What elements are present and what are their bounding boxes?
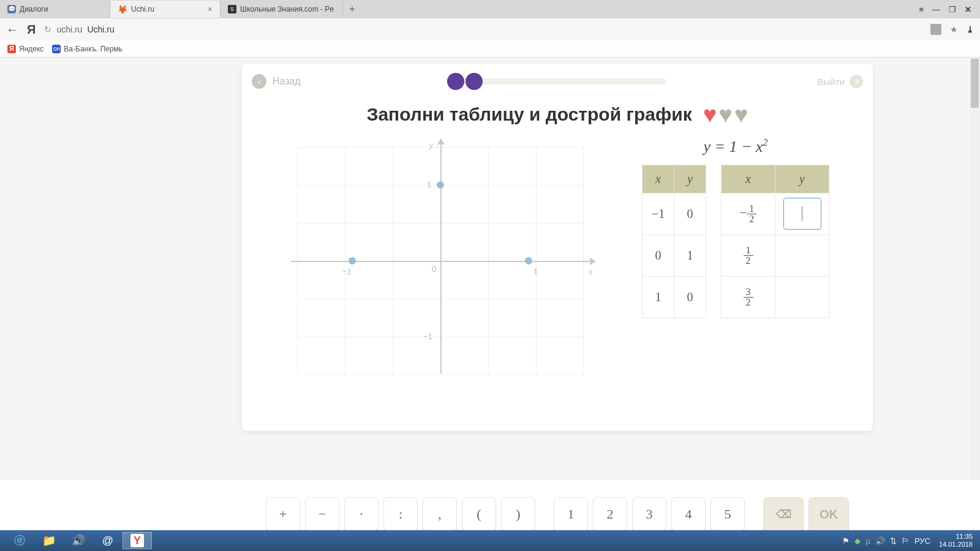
new-tab-button[interactable]: + (343, 4, 361, 15)
progress-bar (301, 78, 818, 84)
task-header: ‹ Назад Выйти ➲ (242, 64, 873, 99)
table-row: 32 (722, 276, 829, 318)
backspace-icon: ⌫ (776, 508, 791, 521)
clock-date: 14.01.2018 (939, 541, 973, 549)
tab-uchi[interactable]: 🦊 Uchi.ru × (110, 1, 221, 18)
key-5[interactable]: 5 (710, 497, 745, 531)
heart-icon: ♥ (703, 103, 717, 126)
taskbar-yandex-icon[interactable]: Y (123, 532, 152, 549)
hearts: ♥ ♥ ♥ (703, 103, 748, 126)
menu-icon[interactable]: ≡ (919, 5, 924, 14)
key-1[interactable]: 1 (554, 497, 588, 531)
bookmark-bar: Я Яндекс он Ва-Банкъ. Пермь (0, 40, 980, 58)
tables: xy −10 01 10 xy −12 12 (619, 165, 852, 318)
tray-flag-icon[interactable]: ⚑ (842, 536, 850, 545)
url-box[interactable]: ↻ uchi.ru Uchi.ru (44, 24, 922, 34)
key-ok[interactable]: OK (809, 497, 849, 531)
key-3[interactable]: 3 (632, 497, 666, 531)
key-lparen[interactable]: ( (462, 497, 496, 531)
close-window-icon[interactable]: ✕ (965, 5, 971, 14)
key-backspace[interactable]: ⌫ (763, 497, 804, 531)
back-icon[interactable]: ← (6, 23, 18, 37)
window-controls: ≡ ― ❐ ✕ (910, 5, 980, 14)
taskbar-ie-icon[interactable]: ⓔ (5, 532, 34, 549)
title-row: Заполни таблицу и дострой график ♥ ♥ ♥ (242, 103, 873, 126)
col-header-y: y (674, 165, 706, 193)
tick-ypos: 1 (427, 180, 431, 189)
yandex-icon: Я (7, 45, 16, 53)
tab-znania[interactable]: 5 Школьные Знания.com - Pe (221, 1, 343, 18)
browser-chrome: 💬 Диалоги 🦊 Uchi.ru × 5 Школьные Знания.… (0, 0, 980, 58)
key-dot[interactable]: · (344, 497, 379, 531)
task-card: ‹ Назад Выйти ➲ Заполни таблицу и достро… (242, 64, 873, 431)
minimize-icon[interactable]: ― (932, 5, 940, 14)
tray-network-icon[interactable]: ⇅ (890, 536, 897, 545)
table-values-a: xy −10 01 10 (642, 165, 706, 318)
bookmark-yandex[interactable]: Я Яндекс (7, 45, 43, 53)
tab-label: Школьные Знания.com - Pe (240, 5, 334, 13)
yandex-logo-icon[interactable]: Я (27, 23, 36, 37)
taskbar: ⓔ 📁 🔊 @ Y ⚑ ◆ µ 🔊 ⇅ 🏳 РУС 11:35 14.01.20… (0, 530, 980, 551)
back-label: Назад (273, 76, 301, 87)
tray-lang[interactable]: РУС (914, 536, 930, 545)
reload-icon[interactable]: ↻ (44, 24, 51, 34)
bookmark-label: Яндекс (19, 45, 43, 53)
exit-icon: ➲ (850, 75, 863, 88)
y-cell-empty[interactable] (775, 234, 829, 276)
tab-bar: 💬 Диалоги 🦊 Uchi.ru × 5 Школьные Знания.… (0, 0, 980, 18)
tray-action-icon[interactable]: 🏳 (902, 536, 910, 545)
bookmark-vabank[interactable]: он Ва-Банкъ. Пермь (52, 45, 123, 53)
address-icons: ★ ⤓ (930, 24, 974, 35)
y-cell-empty[interactable] (775, 276, 829, 318)
bookmark-star-icon[interactable]: ★ (950, 24, 958, 34)
col-header-x: x (643, 165, 674, 193)
col-header-y: y (775, 165, 829, 193)
x-axis-label: x (589, 267, 592, 277)
progress-step-1 (447, 73, 464, 90)
taskbar-clock[interactable]: 11:35 14.01.2018 (939, 533, 973, 548)
y-input[interactable] (783, 198, 821, 230)
tab-label: Uchi.ru (131, 5, 154, 13)
right-panel: y = 1 − x2 xy −10 01 10 xy −12 (619, 137, 852, 382)
address-bar: ← Я ↻ uchi.ru Uchi.ru ★ ⤓ (0, 18, 980, 40)
graph[interactable]: y x 0 1 −1 −1 1 (263, 137, 598, 382)
tab-icon: 💬 (7, 5, 16, 13)
tray-torrent-icon[interactable]: µ (865, 536, 870, 545)
tray-shield-icon[interactable]: ◆ (854, 536, 861, 545)
taskbar-speaker-icon[interactable]: 🔊 (64, 532, 93, 549)
key-rparen[interactable]: ) (501, 497, 535, 531)
table-row: 12 (722, 234, 829, 276)
scrollbar-thumb[interactable] (971, 59, 979, 108)
y-axis-label: y (429, 141, 433, 151)
tab-dialogs[interactable]: 💬 Диалоги (0, 1, 110, 18)
key-2[interactable]: 2 (593, 497, 627, 531)
close-icon[interactable]: × (208, 4, 213, 14)
tab-label: Диалоги (20, 5, 48, 13)
tray-volume-icon[interactable]: 🔊 (875, 536, 885, 545)
clock-time: 11:35 (939, 533, 973, 541)
key-4[interactable]: 4 (671, 497, 706, 531)
exit-button[interactable]: Выйти ➲ (818, 75, 863, 88)
url-title: Uchi.ru (87, 24, 114, 34)
key-comma[interactable]: , (423, 497, 457, 531)
key-minus[interactable]: − (305, 497, 339, 531)
page-area: ‹ Назад Выйти ➲ Заполни таблицу и достро… (0, 58, 980, 480)
maximize-icon[interactable]: ❐ (949, 5, 956, 14)
equation: y = 1 − x2 (619, 137, 852, 156)
graph-point (349, 257, 356, 264)
graph-point (437, 181, 444, 189)
heart-icon: ♥ (718, 103, 733, 126)
table-values-b: xy −12 12 32 (721, 165, 829, 318)
key-plus[interactable]: + (266, 497, 300, 531)
taskbar-browser-icon[interactable]: @ (93, 532, 123, 549)
extension-icon[interactable] (930, 24, 941, 35)
bookmark-label: Ва-Банкъ. Пермь (64, 45, 123, 53)
system-tray: ⚑ ◆ µ 🔊 ⇅ 🏳 РУС 11:35 14.01.2018 (842, 533, 975, 548)
scrollbar[interactable] (970, 58, 980, 480)
key-colon[interactable]: : (383, 497, 418, 531)
back-button[interactable]: ‹ Назад (252, 74, 301, 89)
tick-origin: 0 (432, 264, 436, 274)
tab-icon: 5 (228, 5, 236, 13)
taskbar-explorer-icon[interactable]: 📁 (34, 532, 64, 549)
download-icon[interactable]: ⤓ (967, 24, 974, 34)
